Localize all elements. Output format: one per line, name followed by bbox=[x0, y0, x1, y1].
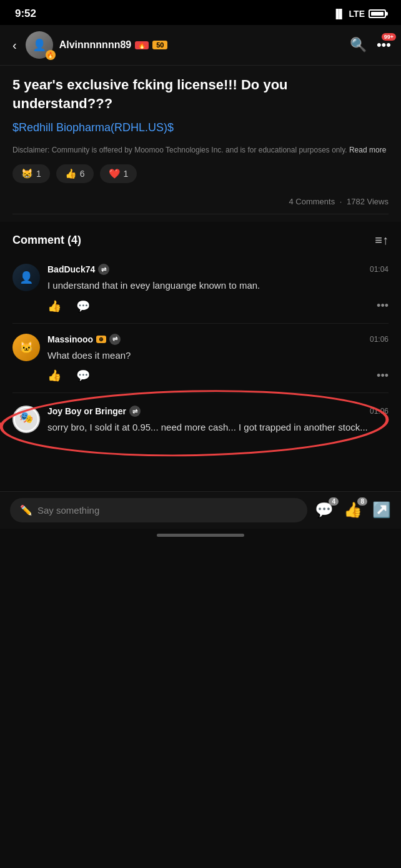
comment-item: 👤 BadDuck74 ⇌ 01:04 I understand that in… bbox=[0, 256, 401, 321]
battery-icon bbox=[369, 9, 386, 18]
comment-actions-massinooo: 👍 💬 ••• bbox=[47, 369, 389, 382]
sort-icon[interactable]: ≡↑ bbox=[375, 233, 389, 247]
comment-top-massinooo: Massinooo ⊕ ⇌ 01:06 bbox=[47, 334, 389, 345]
reaction-like-count: 6 bbox=[80, 169, 85, 179]
like-icon-massinooo[interactable]: 👍 bbox=[47, 369, 61, 382]
post-header: ‹ 👤 🔥 Alvinnnnnnn89 🔥 50 🔍 ••• 99+ bbox=[0, 25, 401, 66]
comment-username-joyboy: Joy Boy or Bringer ⇌ bbox=[47, 406, 141, 417]
say-something-input[interactable]: ✏️ Say something bbox=[10, 498, 307, 522]
comment-item-massinooo: 🐱 Massinooo ⊕ ⇌ 01:06 What does it mean?… bbox=[0, 326, 401, 391]
reaction-heart[interactable]: ❤️ 1 bbox=[100, 164, 137, 183]
like-icon-badduck[interactable]: 👍 bbox=[47, 299, 61, 313]
comments-title: Comment (4) bbox=[12, 234, 81, 247]
lte-label: LTE bbox=[349, 9, 365, 19]
home-indicator bbox=[0, 529, 401, 542]
reaction-like-emoji: 👍 bbox=[65, 168, 77, 179]
verified-badge: 🔥 bbox=[135, 41, 149, 49]
status-time: 9:52 bbox=[15, 7, 36, 20]
comment-actions-badduck: 👍 💬 ••• bbox=[47, 299, 389, 313]
placeholder-text: Say something bbox=[37, 505, 99, 516]
comment-item-joyboy: 🎭 Joy Boy or Bringer ⇌ 01:06 sorry bro, … bbox=[0, 398, 401, 449]
comment-badge-badduck: ⇌ bbox=[98, 264, 109, 275]
bottom-actions: 💬 4 👍 8 ↗️ bbox=[315, 501, 391, 519]
status-icons: ▐▌ LTE bbox=[333, 9, 386, 19]
svg-text:🎭: 🎭 bbox=[19, 411, 34, 425]
comment-badge-joyboy: ⇌ bbox=[129, 406, 141, 417]
post-title: 5 year's exclusive fcking license!!! Do … bbox=[12, 76, 389, 112]
like-count-badge: 8 bbox=[357, 497, 367, 506]
comment-time-joyboy: 01:06 bbox=[370, 407, 389, 416]
comment-button-wrap: 💬 4 bbox=[315, 501, 334, 519]
comment-time-badduck: 01:04 bbox=[370, 265, 389, 274]
views-count: 1782 Views bbox=[347, 197, 389, 206]
stats-dot: · bbox=[340, 197, 342, 206]
reaction-like[interactable]: 👍 6 bbox=[56, 164, 94, 183]
reaction-laugh[interactable]: 😸 1 bbox=[12, 164, 50, 183]
comment-text-joyboy: sorry bro, I sold it at 0.95... need mor… bbox=[47, 421, 389, 435]
reaction-heart-emoji: ❤️ bbox=[109, 168, 121, 179]
reaction-laugh-emoji: 😸 bbox=[21, 168, 33, 179]
comment-username-badduck: BadDuck74 ⇌ bbox=[47, 264, 109, 275]
share-icon[interactable]: ↗️ bbox=[372, 501, 391, 519]
comment-body-joyboy: Joy Boy or Bringer ⇌ 01:06 sorry bro, I … bbox=[47, 406, 389, 441]
comment-divider-1 bbox=[12, 323, 389, 324]
pencil-icon: ✏️ bbox=[20, 504, 32, 516]
comment-highlighted-wrap: 🎭 Joy Boy or Bringer ⇌ 01:06 sorry bro, … bbox=[0, 398, 401, 449]
reply-icon-badduck[interactable]: 💬 bbox=[76, 299, 90, 313]
comment-avatar-massinooo: 🐱 bbox=[12, 334, 40, 361]
comment-username-massinooo: Massinooo ⊕ ⇌ bbox=[47, 334, 121, 345]
level-badge: 50 bbox=[152, 41, 167, 49]
post-content: 5 year's exclusive fcking license!!! Do … bbox=[0, 66, 401, 222]
reply-icon-massinooo[interactable]: 💬 bbox=[76, 369, 90, 382]
username-label: Alvinnnnnnn89 bbox=[59, 39, 132, 51]
comment-top-joyboy: Joy Boy or Bringer ⇌ 01:06 bbox=[47, 406, 389, 417]
home-bar bbox=[157, 534, 244, 537]
comment-time-massinooo: 01:06 bbox=[370, 335, 389, 344]
bottom-bar: ✏️ Say something 💬 4 👍 8 ↗️ bbox=[0, 491, 401, 529]
comment-body-massinooo: Massinooo ⊕ ⇌ 01:06 What does it mean? 👍… bbox=[47, 334, 389, 383]
user-avatar-badge: 🔥 bbox=[46, 50, 56, 60]
comment-avatar-joyboy: 🎭 bbox=[12, 406, 40, 433]
comment-badge-e-massinooo: ⊕ bbox=[96, 336, 106, 343]
comment-avatar-badduck: 👤 bbox=[12, 264, 40, 291]
comment-body-badduck: BadDuck74 ⇌ 01:04 I understand that in e… bbox=[47, 264, 389, 313]
comment-count-badge: 4 bbox=[329, 497, 339, 506]
more-icon-badduck[interactable]: ••• bbox=[377, 299, 389, 312]
username-row: Alvinnnnnnn89 🔥 50 bbox=[59, 39, 344, 51]
comments-section: Comment (4) ≡↑ 👤 BadDuck74 ⇌ 01:04 I und… bbox=[0, 222, 401, 449]
header-actions: 🔍 ••• 99+ bbox=[350, 37, 391, 53]
disclaimer-text: Disclaimer: Community is offered by Moom… bbox=[12, 144, 389, 156]
disclaimer-content: Disclaimer: Community is offered by Moom… bbox=[12, 146, 347, 154]
more-button-wrap: ••• 99+ bbox=[377, 37, 391, 53]
status-bar: 9:52 ▐▌ LTE bbox=[0, 0, 401, 25]
comment-badge-g-massinooo: ⇌ bbox=[109, 334, 121, 345]
like-button-wrap: 👍 8 bbox=[344, 501, 362, 519]
back-button[interactable]: ‹ bbox=[10, 36, 19, 55]
comment-text-badduck: I understand that in evey languange know… bbox=[47, 279, 389, 293]
more-icon-massinooo[interactable]: ••• bbox=[377, 369, 389, 382]
notification-badge: 99+ bbox=[382, 33, 396, 41]
spacer bbox=[0, 454, 401, 491]
reaction-laugh-count: 1 bbox=[36, 169, 41, 179]
comment-top-badduck: BadDuck74 ⇌ 01:04 bbox=[47, 264, 389, 275]
reaction-heart-count: 1 bbox=[124, 169, 129, 179]
comments-count: 4 Comments bbox=[289, 197, 335, 206]
stats-row: 4 Comments · 1782 Views bbox=[12, 192, 389, 214]
reactions-bar: 😸 1 👍 6 ❤️ 1 bbox=[12, 164, 389, 183]
comment-divider-2 bbox=[12, 392, 389, 393]
comments-header: Comment (4) ≡↑ bbox=[0, 222, 401, 256]
post-ticker[interactable]: $Redhill Biopharma(RDHL.US)$ bbox=[12, 121, 389, 134]
user-avatar-wrap: 👤 🔥 bbox=[26, 31, 53, 59]
signal-icon: ▐▌ bbox=[333, 9, 345, 19]
read-more-link[interactable]: Read more bbox=[349, 146, 386, 154]
comment-text-massinooo: What does it mean? bbox=[47, 349, 389, 363]
search-icon[interactable]: 🔍 bbox=[350, 37, 367, 53]
